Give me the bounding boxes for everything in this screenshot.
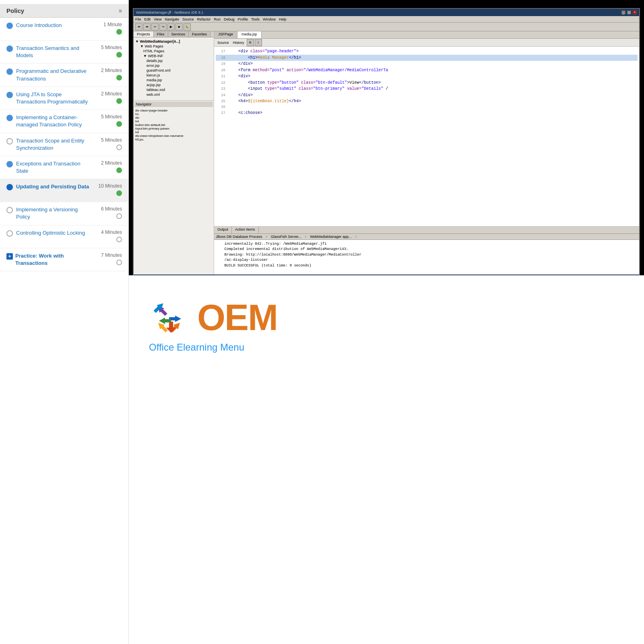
ide-minimize-btn[interactable]: _ [621, 10, 625, 14]
tree-details-jsp[interactable]: details.jsp [135, 58, 212, 63]
bullet-course-intro [6, 23, 13, 29]
tab-projects[interactable]: Projects [134, 31, 154, 37]
sidebar-item-container-managed[interactable]: Implementing a Container-managed Transac… [0, 110, 128, 133]
ide-output: incrementally 042..Trying: /WebMediaMana… [214, 240, 639, 275]
updating-duration: 10 Minutes [90, 183, 122, 189]
container-managed-status [116, 121, 122, 127]
tree-html-pages[interactable]: HTML Pages [135, 49, 212, 54]
output-sub-tabs: JBoss DB Database Process × GlassFish Se… [214, 234, 639, 240]
output-sub-tab-3[interactable]: WebMediaManager app... [310, 235, 351, 239]
toolbar-btn-5[interactable]: ▶ [167, 23, 175, 31]
sidebar-menu-icon[interactable]: ≡ [119, 8, 122, 14]
tree-web-pages[interactable]: ▼ Web Pages [135, 44, 212, 49]
tree-guestfront-xml[interactable]: guestFront.xml [135, 68, 212, 73]
tree-tableau-xsd[interactable]: tableau.xsd [135, 87, 212, 92]
code-line-22: 22 <button type="button" class="btn-defa… [216, 80, 638, 86]
menu-debug[interactable]: Debug [224, 17, 235, 21]
menu-help[interactable]: Help [279, 17, 287, 21]
nav-item-6[interactable]: input:btn-primary param [135, 127, 212, 130]
editor-toolbar-btn-2[interactable]: I [255, 39, 262, 46]
using-jta-duration: 2 Minutes [90, 91, 122, 97]
plus-icon-practice: + [6, 253, 13, 260]
tree-kierun-js[interactable]: kierun.js [135, 73, 212, 78]
code-line-19: 19 </div> [216, 61, 638, 67]
nav-item-7[interactable]: h4 [135, 130, 212, 134]
bullet-container-managed [6, 115, 13, 121]
menu-window[interactable]: Window [263, 17, 276, 21]
editor-tab-jsfpage[interactable]: JSFPage [214, 31, 237, 38]
ide-toolbar: ⬅ ➡ ↩ ↪ ▶ ■ 🐛 [134, 23, 639, 31]
action-items-tab[interactable]: Action Items [232, 227, 259, 233]
menu-edit[interactable]: Edit [144, 17, 151, 21]
output-sub-tab-sep-3: × [355, 235, 357, 239]
menu-source[interactable]: Source [182, 17, 194, 21]
output-line-4: Browsing: http://localhost:8080/WebMedia… [216, 252, 638, 258]
nav-item-1[interactable]: div class=page-header [135, 109, 212, 112]
menu-view[interactable]: View [154, 17, 161, 21]
toolbar-btn-7[interactable]: 🐛 [184, 23, 191, 31]
sidebar-item-transaction-semantics[interactable]: Transaction Semantics and Models 5 Minut… [0, 41, 128, 64]
nav-item-5[interactable]: button:btn-default.list [135, 123, 212, 127]
menu-navigate[interactable]: Navigate [165, 17, 179, 21]
menu-tools[interactable]: Tools [251, 17, 260, 21]
sidebar-item-course-intro[interactable]: Course Introduction 1 Minute [0, 18, 128, 41]
tree-error-jsp[interactable]: error.jsp [135, 63, 212, 68]
toolbar-btn-4[interactable]: ↪ [159, 23, 167, 31]
tree-web-inf[interactable]: ▼ WEB-INF [135, 54, 212, 58]
toolbar-btn-1[interactable]: ⬅ [135, 23, 142, 31]
tab-favorites[interactable]: Favorites [189, 31, 211, 37]
nav-item-8[interactable]: div.class=dropdown-bar-navname [135, 134, 212, 138]
using-jta-title: Using JTA to Scope Transactions Programm… [16, 91, 90, 105]
output-line-1: incrementally 042..Trying: /WebMediaMana… [216, 242, 638, 247]
nav-item-3[interactable]: div [135, 116, 212, 120]
navigator-label: Navigator [134, 101, 213, 107]
nav-item-9[interactable]: h5.pu. [135, 138, 212, 141]
transaction-semantics-title: Transaction Semantics and Models [16, 45, 90, 59]
tree-media-jsp[interactable]: media.jsp [135, 78, 212, 83]
menu-refactor[interactable]: Refactor [197, 17, 211, 21]
sidebar-item-updating[interactable]: Updating and Persisting Data 10 Minutes [0, 179, 128, 202]
practice-title: Practice: Work with Transactions [15, 252, 90, 267]
tab-files[interactable]: Files [154, 31, 168, 37]
editor-tab-media[interactable]: media.jsp [237, 31, 262, 38]
tree-root[interactable]: ▼ WebMediaManager[4...] [135, 39, 212, 44]
editor-toolbar-btn-1[interactable]: B [247, 39, 254, 46]
tree-acjsp-jsp[interactable]: acjsp.jsp [135, 83, 212, 87]
ide-close-btn[interactable]: ✕ [633, 10, 637, 14]
ide-maximize-btn[interactable]: □ [627, 10, 631, 14]
menu-run[interactable]: Run [214, 17, 221, 21]
sidebar-item-using-jta[interactable]: Using JTA to Scope Transactions Programm… [0, 87, 128, 110]
tab-services[interactable]: Services [168, 31, 189, 37]
nav-item-2[interactable]: h1 [135, 112, 212, 116]
output-tab[interactable]: Output [214, 227, 232, 233]
ide-window: WebMediaManager.jff - NetBeans IDE 8.1 _… [133, 8, 640, 275]
sidebar-item-programmatic[interactable]: Programmatic and Declarative Transaction… [0, 64, 128, 87]
versioning-status [116, 213, 122, 219]
oem-text-block: OEM [197, 299, 277, 336]
sidebar-item-optimistic[interactable]: Controlling Optimistic Locking 4 Minutes [0, 225, 128, 248]
oem-brand-text: OEM [197, 299, 277, 336]
bullet-optimistic [6, 230, 13, 237]
source-tab[interactable]: Source [216, 41, 231, 45]
course-intro-duration: 1 Minute [90, 22, 122, 27]
output-sub-tab-2[interactable]: GlassFish Server... [271, 235, 301, 239]
nav-item-4[interactable]: h4 [135, 120, 212, 123]
programmatic-status [116, 75, 122, 80]
history-tab[interactable]: History [231, 41, 246, 45]
ide-editor-content[interactable]: 17 <div class="page-header"> 18 <h1>Medi… [214, 47, 639, 226]
toolbar-btn-6[interactable]: ■ [175, 23, 183, 31]
code-line-17: 17 <div class="page-header"> [216, 48, 638, 55]
sidebar-item-exceptions[interactable]: Exceptions and Transaction State 2 Minut… [0, 156, 128, 179]
menu-profile[interactable]: Profile [238, 17, 248, 21]
menu-file[interactable]: File [135, 17, 141, 21]
sidebar-item-transaction-scope[interactable]: Transaction Scope and Entity Synchroniza… [0, 133, 128, 156]
toolbar-btn-3[interactable]: ↩ [151, 23, 159, 31]
sidebar-item-versioning[interactable]: Implementing a Versioning Policy 6 Minut… [0, 202, 128, 225]
ide-right-area: JSFPage media.jsp Source History B I 17 [214, 31, 639, 275]
output-sub-tab-1[interactable]: JBoss DB Database Process [216, 235, 262, 239]
sidebar-item-practice[interactable]: + Practice: Work with Transactions 7 Min… [0, 248, 128, 271]
toolbar-btn-2[interactable]: ➡ [143, 23, 151, 31]
tree-web-xml[interactable]: web.xml [135, 92, 212, 97]
bullet-programmatic [6, 68, 13, 75]
code-line-24: 24 </div> [216, 92, 638, 99]
